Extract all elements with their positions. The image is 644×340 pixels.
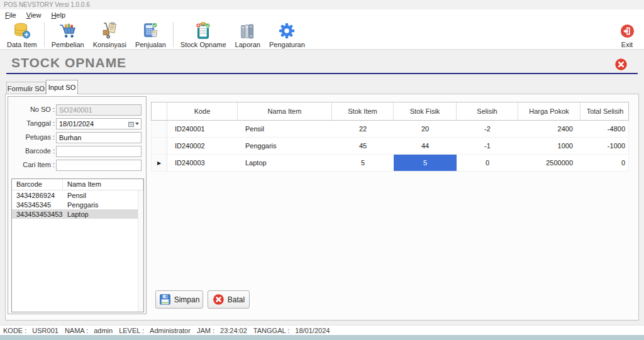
toolbar-label: Exit [621, 41, 633, 48]
item-list-scrollbar[interactable] [138, 190, 143, 312]
row-selector[interactable] [152, 121, 167, 137]
status-jam-value: 23:24:02 [220, 327, 247, 334]
gear-icon [277, 21, 296, 40]
status-jam-label: JAM : [197, 327, 214, 334]
current-row-marker[interactable] [152, 155, 167, 171]
stock-opname-table: Kode Nama Item Stok Item Stok Fisik Seli… [151, 102, 629, 172]
save-button[interactable]: Simpan [155, 290, 203, 309]
item-list: Barcode Nama Item 3434286924 Pensil 3453… [11, 178, 144, 312]
table-row-current[interactable]: ID240003 Laptop 5 5 0 2500000 0 [151, 155, 629, 172]
toolbar-stock-opname-button[interactable]: Stock Opname [176, 20, 231, 49]
column-header-selisih[interactable]: Selisih [457, 102, 518, 120]
cell-harga-pokok: 1000 [518, 138, 580, 154]
toolbar-separator [173, 22, 174, 47]
cari-item-field[interactable] [56, 160, 142, 171]
toolbar-label: Penjualan [135, 41, 166, 48]
column-header-harga-pokok[interactable]: Harga Pokok [518, 102, 580, 120]
status-tanggal-label: TANGGAL : [253, 327, 289, 334]
cell-stok-fisik[interactable]: 44 [394, 138, 457, 154]
barcode-field[interactable] [56, 146, 142, 157]
table-row[interactable]: ID240002 Penggaris 45 44 -1 1000 -1000 [151, 138, 629, 155]
toolbar-label: Pembelian [52, 41, 84, 48]
window-title: POS NEVSTORY Versi 1.0.0.6 [4, 1, 90, 8]
cell-stok-fisik[interactable]: 20 [394, 121, 457, 137]
cari-item-label: Cari Item : [8, 161, 55, 168]
so-form-panel: No SO : Tanggal : 18/01/2024 Petugas : B… [8, 96, 147, 314]
books-icon [238, 21, 257, 40]
menu-help[interactable]: Help [51, 11, 65, 19]
toolbar-label: Data Item [7, 41, 37, 48]
toolbar-penjualan-button[interactable]: Penjualan [131, 20, 170, 49]
menu-file[interactable]: File [5, 11, 16, 19]
toolbar-label: Stock Opname [180, 41, 226, 48]
toolbar-label: Laporan [235, 41, 260, 48]
calendar-icon [128, 121, 134, 127]
tanggal-datepicker[interactable]: 18/01/2024 [56, 118, 142, 129]
floppy-disk-icon [159, 293, 171, 305]
cancel-button-label: Batal [228, 295, 245, 304]
item-barcode: 3434286924 [12, 192, 63, 199]
cell-harga-pokok: 2400 [518, 121, 580, 137]
table-row[interactable]: ID240001 Pensil 22 20 -2 2400 -4800 [151, 121, 629, 138]
toolbar-data-item-button[interactable]: Data Item [3, 20, 42, 49]
list-item[interactable]: 3434286924 Pensil [12, 190, 143, 200]
no-so-field[interactable] [56, 104, 142, 116]
exit-icon [618, 21, 636, 40]
toolbar-konsinyasi-button[interactable]: Konsinyasi [89, 20, 131, 49]
status-nama-label: NAMA : [65, 327, 88, 334]
cell-kode: ID240003 [167, 155, 238, 171]
toolbar-pengaturan-button[interactable]: Pengaturan [265, 20, 309, 49]
toolbar-label: Pengaturan [269, 41, 305, 48]
database-icon [13, 21, 31, 40]
item-barcode: 345345345 [12, 201, 63, 209]
cancel-button[interactable]: Batal [208, 290, 250, 309]
toolbar-exit-button[interactable]: Exit [613, 20, 641, 49]
shopping-cart-icon [58, 21, 77, 40]
toolbar-pembelian-button[interactable]: Pembelian [47, 20, 89, 49]
row-selector-header [152, 102, 167, 120]
column-header-kode[interactable]: Kode [167, 102, 238, 120]
toolbar-label: Konsinyasi [93, 41, 126, 48]
calendar-dropdown-button[interactable] [128, 121, 141, 127]
no-so-label: No SO : [8, 106, 55, 113]
column-header-nama-item[interactable]: Nama Item [238, 102, 332, 120]
cell-harga-pokok: 2500000 [518, 155, 580, 171]
status-kode-value: USR001 [32, 327, 58, 334]
save-button-label: Simpan [174, 295, 200, 304]
menu-view[interactable]: View [26, 11, 42, 19]
menu-bar: File View Help [0, 9, 644, 20]
cell-nama-item: Laptop [238, 155, 332, 171]
list-item-selected[interactable]: 343453453453 Laptop [12, 209, 143, 219]
status-bar: KODE : USR001 NAMA : admin LEVEL : Admin… [0, 325, 644, 335]
item-barcode: 343453453453 [12, 211, 63, 218]
column-header-total-selisih[interactable]: Total Selisih [580, 102, 630, 120]
column-header-stok-fisik[interactable]: Stok Fisik [394, 102, 457, 120]
item-list-header: Barcode Nama Item [12, 179, 143, 190]
cell-stok-item: 45 [332, 138, 394, 154]
tanggal-label: Tanggal : [8, 119, 55, 127]
cell-selisih: 0 [457, 155, 518, 171]
column-header-stok-item[interactable]: Stok Item [332, 102, 394, 120]
hand-truck-icon [100, 21, 119, 40]
toolbar-laporan-button[interactable]: Laporan [231, 20, 265, 49]
row-selector[interactable] [152, 138, 167, 154]
cell-stok-item: 22 [332, 121, 394, 137]
status-nama-value: admin [94, 327, 113, 334]
item-list-header-barcode: Barcode [12, 179, 63, 190]
page-title: STOCK OPNAME [11, 55, 126, 70]
tab-input-so[interactable]: Input SO [46, 80, 78, 94]
cell-stok-fisik-selected[interactable]: 5 [394, 155, 457, 171]
petugas-field[interactable] [56, 132, 142, 143]
chevron-down-icon [135, 123, 139, 125]
close-page-icon[interactable] [614, 58, 628, 71]
cell-nama-item: Pensil [238, 121, 332, 137]
item-nama: Penggaris [63, 201, 143, 209]
status-gap [0, 321, 644, 325]
tab-formulir-so[interactable]: Formulir SO [6, 82, 46, 94]
bottom-strip [0, 335, 644, 340]
toolbar: Data Item Pembelian [0, 20, 644, 50]
status-level-value: Administrator [150, 327, 191, 334]
list-item[interactable]: 345345345 Penggaris [12, 200, 143, 209]
item-nama: Laptop [63, 211, 143, 218]
cell-total-selisih: -4800 [580, 121, 630, 137]
